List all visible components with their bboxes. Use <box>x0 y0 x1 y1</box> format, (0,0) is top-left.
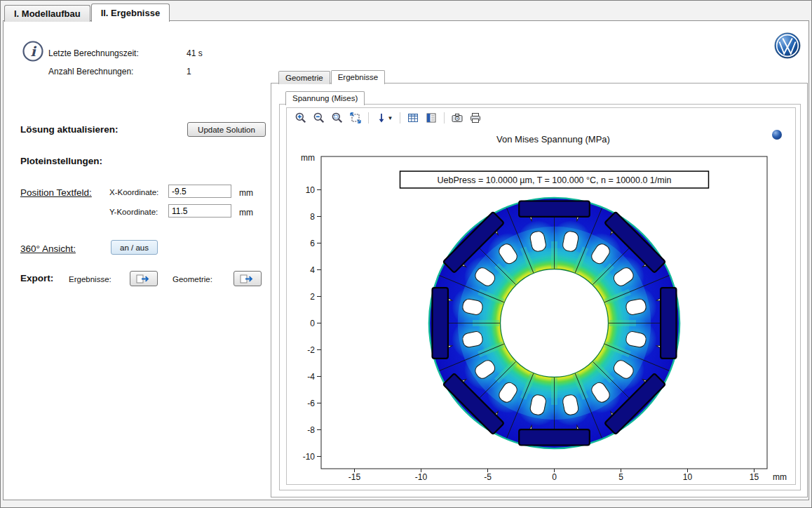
print-button[interactable] <box>468 111 483 125</box>
tab-spannung-mises[interactable]: Spannung (Mises) <box>285 91 365 105</box>
rotor-bore <box>501 269 609 377</box>
view360-label: 360° Ansicht: <box>20 243 76 254</box>
stress-plot-canvas[interactable]: -15 -10 -5 0 5 10 15 mm 10 8 6 4 2 0 -2 … <box>290 149 789 485</box>
export-results-button[interactable] <box>130 271 158 286</box>
plot-annotation: UebPress = 10.0000 µm, T = 100.000 °C, n… <box>400 171 709 188</box>
x-tick-label: 15 <box>750 472 759 482</box>
y-axis-unit: mm <box>301 153 315 163</box>
x-coordinate-label: X-Koordinate: <box>109 188 158 196</box>
x-tick-label: -15 <box>349 472 361 482</box>
export-geometry-label: Geometrie: <box>172 275 212 283</box>
legend-button[interactable] <box>424 111 439 125</box>
default-view-icon <box>376 112 387 124</box>
printer-icon <box>469 112 482 124</box>
tab-modellaufbau[interactable]: I. Modellaufbau <box>4 5 90 22</box>
x-coordinate-input[interactable] <box>168 185 231 198</box>
rotor-graphic <box>429 198 679 448</box>
legend-icon <box>425 112 438 124</box>
zoom-out-icon <box>313 112 325 124</box>
zoom-extents-icon <box>349 112 362 124</box>
y-tick-label: 2 <box>310 292 315 302</box>
x-tick-label: 5 <box>618 472 623 482</box>
tab-geometrie[interactable]: Geometrie <box>278 71 330 84</box>
toolbar-separator <box>368 112 369 123</box>
zoom-in-icon <box>295 112 307 124</box>
y-tick-label: 4 <box>310 265 315 275</box>
view-menu-button[interactable]: ▼ <box>374 111 395 125</box>
stat-label-computation-count: Anzahl Berechnungen: <box>48 67 133 76</box>
position-textfield-heading: Position Textfeld: <box>20 187 92 198</box>
y-tick-label: 6 <box>310 239 315 248</box>
plot-tab-bar: Spannung (Mises) <box>285 91 365 105</box>
y-tick-label: -10 <box>303 452 316 462</box>
y-coordinate-input[interactable] <box>168 204 231 218</box>
y-tick-label: -8 <box>307 425 315 435</box>
x-unit-label: mm <box>239 188 253 198</box>
x-tick-label: 10 <box>683 472 693 482</box>
tab-ergebnisse-inner[interactable]: Ergebnisse <box>331 70 386 84</box>
export-arrow-icon <box>240 274 255 284</box>
grid-button[interactable] <box>405 111 421 125</box>
info-icon: i <box>22 40 44 62</box>
y-tick-label: 8 <box>310 212 315 222</box>
plot-badge-icon[interactable] <box>772 130 782 140</box>
annotation-text: UebPress = 10.0000 µm, T = 100.000 °C, n… <box>438 175 672 185</box>
y-tick-label: -4 <box>307 372 315 382</box>
zoom-box-button[interactable] <box>330 111 345 125</box>
main-tab-bar: I. Modellaufbau II. Ergebnisse <box>4 4 170 22</box>
grid-icon <box>407 112 419 124</box>
plot-settings-heading: Ploteinstellungen: <box>20 156 102 166</box>
update-solution-button[interactable]: Update Solution <box>187 122 266 137</box>
y-tick-label: 0 <box>310 319 315 328</box>
zoom-extents-button[interactable] <box>348 111 363 125</box>
export-heading: Export: <box>20 273 53 283</box>
y-coordinate-label: Y-Koordinate: <box>109 208 158 216</box>
solution-section-label: Lösung aktualisieren: <box>20 124 119 135</box>
y-tick-label: -6 <box>307 399 315 408</box>
zoom-box-icon <box>331 112 344 124</box>
x-axis-unit: mm <box>773 472 787 482</box>
camera-icon <box>451 112 463 124</box>
x-tick-label: -5 <box>484 472 492 482</box>
stat-label-last-computation: Letzte Berechnungszeit: <box>48 48 139 58</box>
y-unit-label: mm <box>239 208 253 218</box>
view360-toggle-button[interactable]: an / aus <box>111 240 158 255</box>
toolbar-separator <box>444 112 445 123</box>
zoom-in-button[interactable] <box>293 111 309 125</box>
vw-logo <box>774 32 801 59</box>
export-geometry-button[interactable] <box>234 271 262 286</box>
export-arrow-icon <box>136 274 151 284</box>
y-tick-label: 10 <box>306 185 316 195</box>
results-tab-bar: Geometrie Ergebnisse <box>278 70 386 84</box>
export-results-label: Ergebnisse: <box>69 275 111 283</box>
plot-title: Von Mises Spannung (MPa) <box>304 134 802 145</box>
tab-ergebnisse[interactable]: II. Ergebnisse <box>91 4 170 22</box>
y-tick-label: -2 <box>307 345 315 355</box>
x-tick-label: -10 <box>415 472 428 482</box>
x-tick-label: 0 <box>552 472 557 482</box>
toolbar-separator <box>400 112 400 123</box>
stat-value-computation-count: 1 <box>187 67 191 76</box>
stat-value-last-computation: 41 s <box>187 48 203 58</box>
snapshot-button[interactable] <box>449 111 465 125</box>
chevron-down-icon: ▼ <box>388 115 393 121</box>
app-window: I. Modellaufbau II. Ergebnisse i Letzte … <box>0 0 812 508</box>
zoom-out-button[interactable] <box>311 111 327 125</box>
plot-toolbar: ▼ <box>293 110 483 126</box>
